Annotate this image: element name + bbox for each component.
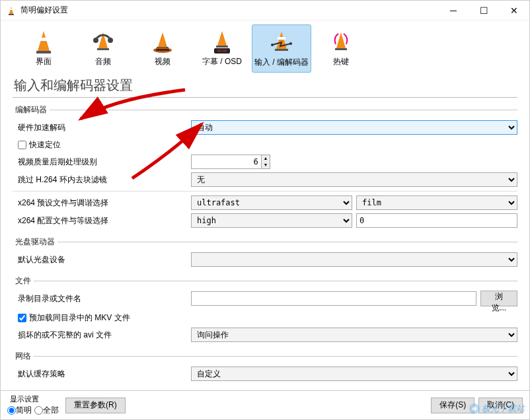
close-button[interactable]: ✕ bbox=[499, 1, 529, 20]
tab-subtitles[interactable]: 00:00 字幕 / OSD bbox=[192, 24, 252, 73]
postproc-label: 视频质量后期处理级别 bbox=[13, 157, 191, 168]
x264-profile-select[interactable]: high bbox=[191, 213, 352, 228]
svg-rect-15 bbox=[216, 46, 228, 48]
svg-marker-14 bbox=[217, 31, 227, 46]
group-codecs: 编解码器 硬件加速解码 自动 快速定位 视频质量后期处理级别 ▲▼ 跳过 bbox=[13, 104, 517, 231]
minimize-button[interactable]: ─ bbox=[438, 1, 469, 20]
watermark: 极光下载站 bbox=[469, 403, 525, 415]
settings-panel: 编解码器 硬件加速解码 自动 快速定位 视频质量后期处理级别 ▲▼ 跳过 bbox=[1, 100, 529, 390]
window-title: 简明偏好设置 bbox=[20, 5, 438, 16]
tab-audio[interactable]: 音频 bbox=[73, 24, 133, 73]
group-network: 网络 默认缓存策略 自定义 bbox=[13, 351, 517, 384]
svg-point-21 bbox=[271, 44, 274, 46]
skip-loop-label: 跳过 H.264 环内去块滤镜 bbox=[13, 174, 191, 186]
svg-rect-7 bbox=[97, 48, 109, 50]
app-icon bbox=[6, 5, 17, 16]
tab-video[interactable]: 视频 bbox=[133, 24, 192, 73]
group-network-legend: 网络 bbox=[13, 351, 34, 362]
damaged-avi-label: 损坏的或不完整的 avi 文件 bbox=[13, 330, 191, 341]
tab-input-codecs[interactable]: 输入 / 编解码器 bbox=[252, 24, 311, 73]
x264-preset-label: x264 预设文件与调谐选择 bbox=[13, 197, 191, 209]
x264-preset-select[interactable]: ultrafast bbox=[191, 195, 352, 210]
group-files: 文件 录制目录或文件名 浏览... 预加载同目录中的 MKV 文件 损坏的或不完… bbox=[13, 275, 517, 345]
svg-rect-1 bbox=[9, 14, 14, 15]
hw-decode-select[interactable]: 自动 bbox=[191, 120, 517, 135]
radio-all[interactable]: 全部 bbox=[34, 405, 59, 416]
skip-loop-select[interactable]: 无 bbox=[191, 172, 517, 187]
radio-simple[interactable]: 简明 bbox=[7, 405, 32, 416]
svg-rect-5 bbox=[36, 51, 51, 53]
x264-level-input[interactable] bbox=[356, 213, 517, 228]
fast-seek-label: 快速定位 bbox=[29, 139, 61, 151]
svg-rect-13 bbox=[156, 49, 169, 51]
svg-point-8 bbox=[93, 38, 98, 43]
group-files-legend: 文件 bbox=[13, 275, 34, 287]
default-disc-select[interactable] bbox=[191, 252, 517, 267]
maximize-button[interactable]: ☐ bbox=[469, 1, 499, 20]
group-optical-legend: 光盘驱动器 bbox=[13, 236, 57, 248]
svg-point-22 bbox=[289, 42, 292, 45]
hw-decode-label: 硬件加速解码 bbox=[13, 122, 191, 133]
postproc-spinbox[interactable]: ▲▼ bbox=[191, 155, 270, 169]
svg-text:00:00: 00:00 bbox=[217, 49, 227, 53]
fast-seek-checkbox[interactable] bbox=[18, 141, 26, 149]
tab-interface[interactable]: 界面 bbox=[14, 24, 73, 73]
svg-rect-2 bbox=[10, 9, 13, 10]
x264-tune-select[interactable]: film bbox=[356, 195, 517, 210]
section-title: 输入和编解码器设置 bbox=[1, 74, 529, 96]
record-dir-label: 录制目录或文件名 bbox=[13, 293, 191, 304]
svg-rect-4 bbox=[39, 38, 48, 41]
damaged-avi-select[interactable]: 询问操作 bbox=[191, 328, 517, 342]
group-optical: 光盘驱动器 默认光盘设备 bbox=[13, 236, 517, 270]
svg-marker-10 bbox=[158, 32, 167, 47]
svg-marker-0 bbox=[9, 7, 13, 14]
cache-policy-label: 默认缓存策略 bbox=[13, 368, 191, 380]
svg-point-9 bbox=[108, 38, 113, 43]
preload-mkv-checkbox[interactable] bbox=[18, 314, 26, 322]
group-codecs-legend: 编解码器 bbox=[13, 104, 50, 116]
preload-mkv-label: 预加载同目录中的 MKV 文件 bbox=[29, 312, 130, 324]
record-dir-input[interactable] bbox=[191, 291, 476, 306]
svg-rect-19 bbox=[275, 49, 288, 51]
category-toolbar: 界面 音频 视频 00:00 字幕 / OSD 输入 / 编解码器 热键 bbox=[1, 20, 529, 74]
browse-button[interactable]: 浏览... bbox=[480, 291, 517, 306]
x264-profile-label: x264 配置文件与等级选择 bbox=[13, 215, 191, 227]
svg-rect-20 bbox=[278, 37, 285, 40]
svg-rect-24 bbox=[335, 48, 347, 50]
reset-button[interactable]: 重置参数(R) bbox=[65, 398, 126, 413]
tab-hotkeys[interactable]: 热键 bbox=[311, 24, 371, 73]
default-disc-label: 默认光盘设备 bbox=[13, 254, 191, 265]
cache-policy-select[interactable]: 自定义 bbox=[191, 367, 517, 381]
show-settings-label: 显示设置 bbox=[7, 394, 59, 404]
